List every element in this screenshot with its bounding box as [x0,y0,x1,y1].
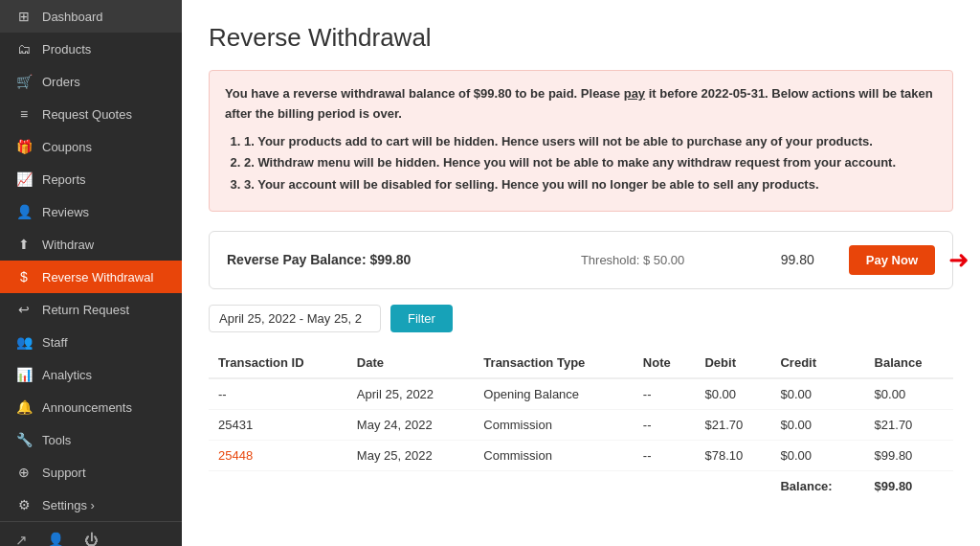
table-row: 25431May 24, 2022Commission--$21.70$0.00… [209,409,953,440]
cell-1-1: May 24, 2022 [347,409,475,440]
sidebar-item-products[interactable]: 🗂 Products [0,33,182,65]
sidebar-item-coupons[interactable]: 🎁 Coupons [0,130,182,163]
alert-points-list: 1. Your products add to cart will be hid… [225,132,937,195]
sidebar-label-request-quotes: Request Quotes [42,107,167,122]
sidebar-item-announcements[interactable]: 🔔 Announcements [0,391,182,423]
cell-2-3: -- [634,440,696,470]
cell-0-5: $0.00 [770,378,864,410]
cell-2-5: $0.00 [770,440,864,470]
support-icon: ⊕ [15,465,33,480]
cell-0-0: -- [209,378,347,410]
red-arrow-icon: ➜ [948,245,969,275]
sidebar-item-request-quotes[interactable]: ≡ Request Quotes [0,98,182,130]
cell-0-2: Opening Balance [474,378,634,410]
total-empty-4 [695,470,770,501]
table-body: --April 25, 2022Opening Balance--$0.00$0… [209,378,953,501]
sidebar-label-withdraw: Withdraw [42,238,167,252]
sidebar-item-reports[interactable]: 📈 Reports [0,163,182,195]
pay-now-button[interactable]: Pay Now [849,245,935,275]
sidebar-label-announcements: Announcements [42,400,167,415]
alert-point-1: 1. Your products add to cart will be hid… [244,132,937,152]
sidebar-label-settings: Settings › [42,498,167,512]
sidebar-item-return-request[interactable]: ↩ Return Request [0,293,182,326]
filter-button[interactable]: Filter [390,305,453,332]
cell-1-3: -- [634,409,696,440]
cell-2-6: $99.80 [865,440,953,470]
cell-2-2: Commission [474,440,634,470]
tools-icon: 🔧 [15,432,33,447]
analytics-icon: 📊 [15,367,33,382]
cell-0-4: $0.00 [695,378,770,410]
filter-row: Filter [209,305,953,332]
table-row: 25448May 25, 2022Commission--$78.10$0.00… [209,440,953,470]
sidebar-label-products: Products [42,42,167,57]
col-header-debit: Debit [695,348,770,378]
sidebar-item-dashboard[interactable]: ⊞ Dashboard [0,0,182,33]
col-header-credit: Credit [770,348,864,378]
alert-point-3: 3. Your account will be disabled for sel… [244,175,937,195]
sidebar-label-reverse-withdrawal: Reverse Withdrawal [42,270,167,284]
return-request-icon: ↩ [15,302,33,317]
col-header-balance: Balance [865,348,953,378]
sidebar-item-reverse-withdrawal[interactable]: $ Reverse Withdrawal [0,261,182,293]
cell-2-1: May 25, 2022 [347,440,475,470]
col-header-note: Note [634,348,696,378]
col-header-transaction-id: Transaction ID [209,348,347,378]
power-icon[interactable]: ⏻ [84,532,99,546]
sidebar-item-orders[interactable]: 🛒 Orders [0,65,182,98]
alert-main-text: You have a reverse withdrawal balance of… [225,84,937,125]
sidebar-item-settings[interactable]: ⚙ Settings › [0,489,182,521]
sidebar-label-dashboard: Dashboard [42,10,167,24]
cell-0-6: $0.00 [865,378,953,410]
sidebar-item-reviews[interactable]: 👤 Reviews [0,195,182,228]
sidebar-label-return-request: Return Request [42,303,167,317]
orders-icon: 🛒 [15,74,33,89]
sidebar-item-tools[interactable]: 🔧 Tools [0,423,182,456]
announcements-icon: 🔔 [15,399,33,415]
sidebar-label-tools: Tools [42,433,167,447]
alert-text-before-pay: You have a reverse withdrawal balance of… [225,86,620,101]
staff-icon: 👥 [15,334,33,350]
sidebar-label-reports: Reports [42,172,167,187]
sidebar: ⊞ Dashboard 🗂 Products 🛒 Orders ≡ Reques… [0,0,182,546]
export-icon[interactable]: ↗ [15,532,28,546]
date-range-input[interactable] [209,305,381,332]
sidebar-item-staff[interactable]: 👥 Staff [0,326,182,358]
total-empty-2 [474,470,634,501]
main-content: Reverse Withdrawal You have a reverse wi… [182,0,980,546]
cell-1-2: Commission [474,409,634,440]
table-row: --April 25, 2022Opening Balance--$0.00$0… [209,378,953,410]
cell-0-3: -- [634,378,696,410]
cell-1-6: $21.70 [865,409,953,440]
alert-pay-word: pay [624,86,645,101]
products-icon: 🗂 [15,41,33,57]
sidebar-item-support[interactable]: ⊕ Support [0,456,182,489]
alert-point-2: 2. Withdraw menu will be hidden. Hence y… [244,153,937,173]
page-title: Reverse Withdrawal [209,23,953,53]
cell-1-4: $21.70 [695,409,770,440]
cell-2-0[interactable]: 25448 [209,440,347,470]
sidebar-label-coupons: Coupons [42,140,167,154]
reviews-icon: 👤 [15,204,33,219]
sidebar-item-analytics[interactable]: 📊 Analytics [0,358,182,391]
pay-now-container: Pay Now ➜ [849,245,935,275]
sidebar-item-withdraw[interactable]: ⬆ Withdraw [0,228,182,261]
alert-box: You have a reverse withdrawal balance of… [209,70,953,212]
col-header-transaction-type: Transaction Type [474,348,634,378]
sidebar-footer: ↗ 👤 ⏻ [0,521,182,546]
total-empty-3 [634,470,696,501]
balance-total-label: Balance: [770,470,864,501]
total-empty-1 [347,470,475,501]
total-empty-0 [209,470,347,501]
balance-amount: 99.80 [781,252,814,267]
balance-total-value: $99.80 [865,470,953,501]
balance-card: Reverse Pay Balance: $99.80 Threshold: $… [209,231,953,289]
threshold-label: Threshold: $ 50.00 [503,253,761,267]
sidebar-label-orders: Orders [42,75,167,89]
dashboard-icon: ⊞ [15,9,33,24]
cell-0-1: April 25, 2022 [347,378,475,410]
request-quotes-icon: ≡ [15,106,33,122]
coupons-icon: 🎁 [15,139,33,154]
user-icon[interactable]: 👤 [47,532,65,546]
reports-icon: 📈 [15,171,33,187]
